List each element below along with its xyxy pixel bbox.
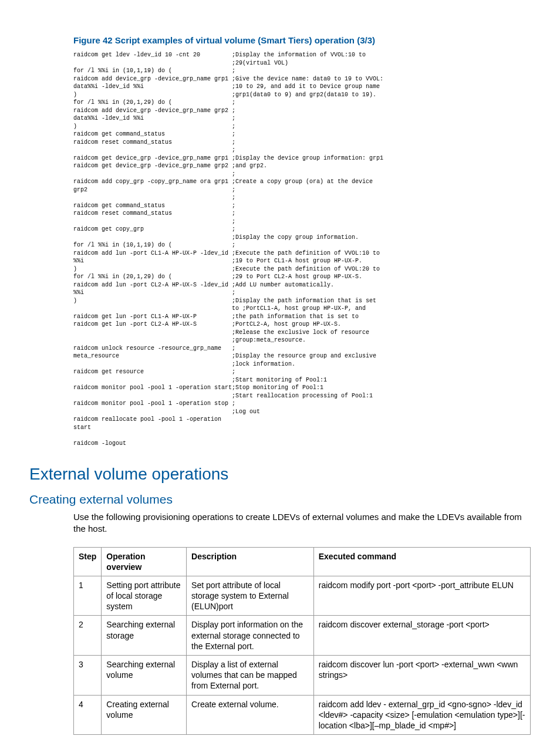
cell-desc: Display a list of external volumes that …	[187, 656, 314, 696]
cell-cmd: raidcom discover external_storage -port …	[313, 616, 530, 656]
cell-step: 1	[74, 576, 102, 616]
operations-table: Step Operation overview Description Exec…	[73, 547, 531, 735]
table-row: 2 Searching external storage Display por…	[74, 616, 531, 656]
body-paragraph: Use the following provisioning operation…	[73, 511, 531, 535]
cell-step: 2	[74, 616, 102, 656]
cell-cmd: raidcom discover lun -port <port> -exter…	[313, 656, 530, 696]
cell-overview: Searching external volume	[102, 656, 187, 696]
table-row: 3 Searching external volume Display a li…	[74, 656, 531, 696]
cell-desc: Display port information on the external…	[187, 616, 314, 656]
cell-cmd: raidcom add ldev - external_grp_id <gno-…	[313, 695, 530, 735]
code-listing: raidcom get ldev -ldev_id 10 -cnt 20 for…	[73, 51, 531, 447]
cell-step: 3	[74, 656, 102, 696]
code-commands: raidcom get ldev -ldev_id 10 -cnt 20 for…	[73, 51, 232, 447]
cell-desc: Create external volume.	[187, 695, 314, 735]
col-step: Step	[74, 547, 102, 576]
code-comments: ;Display the information of VVOL:10 to ;…	[232, 51, 531, 447]
table-row: 4 Creating external volume Create extern…	[74, 695, 531, 735]
cell-cmd: raidcom modify port -port <port> -port_a…	[313, 576, 530, 616]
cell-step: 4	[74, 695, 102, 735]
cell-desc: Set port attribute of local storage syst…	[187, 576, 314, 616]
col-overview: Operation overview	[102, 547, 187, 576]
subsection-heading: Creating external volumes	[29, 492, 531, 507]
cell-overview: Creating external volume	[102, 695, 187, 735]
section-heading: External volume operations	[29, 465, 531, 484]
cell-overview: Searching external storage	[102, 616, 187, 656]
col-command: Executed command	[313, 547, 530, 576]
table-header-row: Step Operation overview Description Exec…	[74, 547, 531, 576]
cell-overview: Setting port attribute of local storage …	[102, 576, 187, 616]
figure-title: Figure 42 Script examples of virtual vol…	[73, 35, 531, 45]
col-description: Description	[187, 547, 314, 576]
table-row: 1 Setting port attribute of local storag…	[74, 576, 531, 616]
